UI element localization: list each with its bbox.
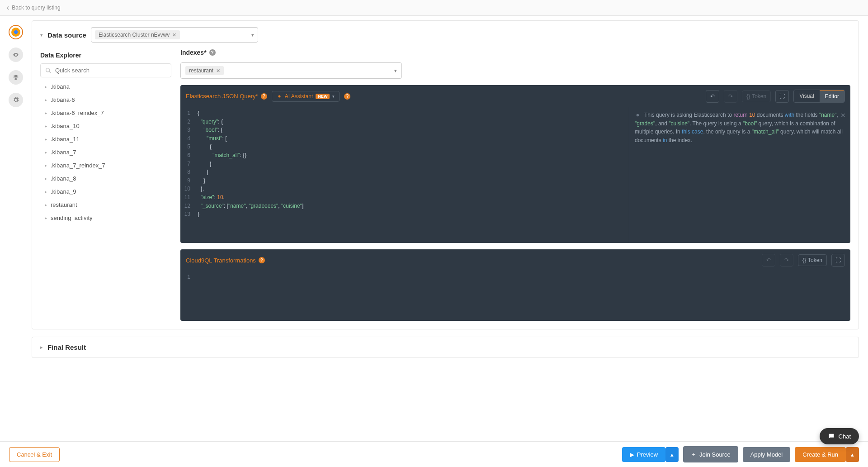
undo-button[interactable]: ↶ (706, 90, 719, 103)
line-gutter: 12345678910111213 (180, 107, 194, 243)
tree-item-label: .kibana (51, 83, 70, 90)
tree-item-label: .kibana_7 (51, 149, 76, 156)
braces-icon: {} (802, 257, 806, 263)
redo-button: ↷ (780, 254, 793, 267)
collapse-final-result[interactable]: ▸ (40, 344, 43, 350)
indexes-label: Indexes* (180, 49, 207, 56)
chevron-right-icon: ▸ (45, 176, 47, 181)
svg-point-3 (637, 114, 639, 116)
tree-item[interactable]: ▸restaurant (40, 198, 171, 211)
data-source-select[interactable]: Elasticsearch Cluster nEvvwv ✕ ▾ (91, 27, 258, 43)
chevron-right-icon: ▸ (45, 189, 47, 194)
tree-item[interactable]: ▸.kibana (40, 80, 171, 93)
tree-item[interactable]: ▸.kibana_7 (40, 146, 171, 159)
chevron-right-icon: ▸ (45, 215, 47, 220)
ai-assistant-button[interactable]: AI Assistant NEW ▾ (272, 91, 340, 102)
tree-item-label: .kibana_8 (51, 175, 76, 182)
step-connector (16, 41, 16, 46)
eye-icon (13, 52, 19, 58)
collapse-data-source[interactable]: ▾ (40, 32, 43, 38)
final-result-title: Final Result (47, 343, 86, 351)
ai-assistant-label: AI Assistant (285, 93, 313, 100)
step-preview[interactable] (9, 48, 23, 62)
tree-item[interactable]: ▸.kibana_7_reindex_7 (40, 159, 171, 172)
gear-icon (13, 97, 19, 103)
data-explorer-title: Data Explorer (40, 52, 171, 59)
expand-button[interactable]: ⛶ (831, 254, 845, 267)
chevron-right-icon: ▸ (45, 84, 47, 89)
chevron-down-icon: ▾ (251, 32, 254, 38)
tree-item[interactable]: ▸sending_activity (40, 211, 171, 224)
token-button[interactable]: {} Token (798, 254, 827, 266)
tab-editor[interactable]: Editor (820, 90, 844, 102)
tree-item[interactable]: ▸.kibana_11 (40, 133, 171, 146)
tree-item-label: sending_activity (51, 214, 93, 221)
sparkle-icon (277, 94, 282, 99)
search-icon (45, 67, 52, 74)
token-label: Token (808, 257, 822, 263)
index-chip: restaurant ✕ (185, 66, 224, 75)
tree-item[interactable]: ▸.kibana_8 (40, 172, 171, 185)
expand-button[interactable]: ⛶ (775, 90, 789, 103)
step-rail (0, 16, 32, 401)
sparkle-icon (635, 112, 641, 118)
code-content[interactable]: { "query": { "bool": { "must": [ { "matc… (194, 107, 629, 243)
token-label: Token (752, 93, 766, 100)
transform-help[interactable]: ? (259, 257, 265, 263)
quick-search-input[interactable] (55, 67, 166, 74)
new-badge: NEW (316, 94, 330, 99)
chevron-right-icon: ▸ (45, 137, 47, 142)
line-gutter: 1 (180, 271, 194, 321)
close-explanation[interactable]: ✕ (840, 111, 846, 121)
quick-search[interactable] (40, 63, 171, 77)
chevron-right-icon: ▸ (45, 150, 47, 155)
tree-item[interactable]: ▸.kibana_10 (40, 119, 171, 133)
redo-button: ↷ (724, 90, 737, 103)
indexes-select[interactable]: restaurant ✕ ▾ (180, 62, 402, 79)
data-source-chip: Elasticsearch Cluster nEvvwv ✕ (95, 30, 180, 39)
data-source-chip-label: Elasticsearch Cluster nEvvwv (99, 32, 170, 38)
braces-icon: {} (746, 93, 750, 100)
chevron-down-icon: ▾ (332, 94, 335, 99)
chevron-right-icon: ▸ (45, 124, 47, 129)
tree-item-label: .kibana_11 (51, 136, 80, 143)
ai-explanation-panel: ✕ This query is asking Elasticsearch to … (629, 107, 850, 243)
query-help[interactable]: ? (261, 93, 267, 100)
indexes-help[interactable]: ? (209, 49, 216, 56)
layers-icon (13, 74, 19, 81)
tree-item[interactable]: ▸.kibana-6 (40, 93, 171, 106)
query-editor-title: Elasticsearch JSON Query* (186, 93, 258, 100)
index-chip-label: restaurant (189, 67, 213, 74)
step-settings[interactable] (9, 93, 23, 107)
tree-item[interactable]: ▸.kibana_9 (40, 185, 171, 198)
code-content[interactable] (194, 271, 850, 321)
token-button: {} Token (742, 91, 771, 102)
remove-data-source[interactable]: ✕ (172, 32, 176, 38)
step-connector (16, 64, 16, 68)
chevron-down-icon: ▾ (394, 68, 397, 74)
tree-item-label: .kibana_9 (51, 188, 76, 195)
tree-item-label: .kibana_7_reindex_7 (51, 162, 105, 169)
step-model[interactable] (9, 70, 23, 85)
svg-line-1 (49, 71, 51, 73)
tree-item-label: .kibana-6 (51, 96, 75, 103)
chevron-right-icon: ▸ (45, 202, 47, 207)
undo-button: ↶ (762, 254, 775, 267)
back-to-listing-link[interactable]: Back to query listing (7, 4, 861, 12)
tab-visual[interactable]: Visual (794, 90, 819, 102)
svg-point-2 (278, 95, 280, 97)
svg-point-0 (46, 68, 50, 71)
step-data-source[interactable] (9, 25, 23, 39)
tree-item[interactable]: ▸.kibana-6_reindex_7 (40, 106, 171, 119)
tree-item-label: .kibana-6_reindex_7 (51, 110, 104, 116)
back-label: Back to query listing (12, 5, 60, 11)
query-code-editor[interactable]: 12345678910111213 { "query": { "bool": {… (180, 107, 629, 243)
data-source-title: Data source (47, 31, 86, 39)
step-connector (16, 86, 16, 91)
transform-code-editor[interactable]: 1 (180, 271, 850, 321)
transform-title: Cloud9QL Transformations (186, 257, 256, 264)
chevron-right-icon: ▸ (45, 110, 47, 115)
remove-index[interactable]: ✕ (216, 68, 220, 74)
ai-help[interactable]: ? (344, 93, 350, 100)
chevron-right-icon: ▸ (45, 97, 47, 102)
